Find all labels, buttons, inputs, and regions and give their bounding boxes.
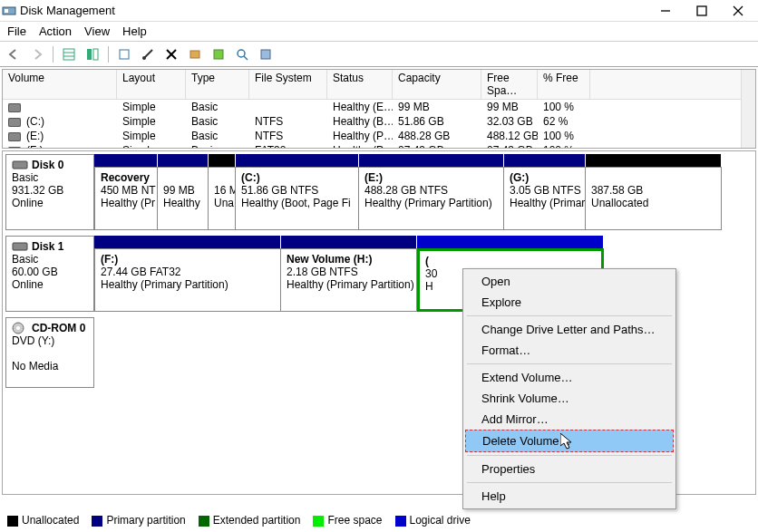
svg-point-12 (142, 56, 146, 60)
menu-extend-volume[interactable]: Extend Volume… (465, 367, 674, 388)
legend-unallocated: Unallocated (22, 514, 79, 527)
svg-rect-21 (13, 243, 27, 250)
menu-help[interactable]: Help (122, 24, 147, 38)
col-filesystem[interactable]: File System (249, 70, 327, 99)
menu-change-drive-letter[interactable]: Change Drive Letter and Paths… (465, 319, 674, 340)
help-icon[interactable] (256, 44, 276, 64)
legend-extended: Extended partition (213, 514, 301, 527)
window-title: Disk Management (20, 4, 647, 17)
menu-properties[interactable]: Properties (465, 459, 674, 479)
svg-point-17 (238, 50, 245, 57)
svg-rect-3 (697, 6, 706, 15)
forward-button[interactable] (27, 44, 47, 64)
col-capacity[interactable]: Capacity (393, 70, 481, 99)
back-button[interactable] (4, 44, 24, 64)
svg-rect-16 (214, 50, 223, 59)
svg-rect-10 (93, 49, 98, 60)
disk-row: Disk 0Basic931.32 GBOnlineRecovery450 MB… (5, 154, 753, 230)
col-status[interactable]: Status (327, 70, 393, 99)
context-menu: Open Explore Change Drive Letter and Pat… (462, 268, 676, 509)
menu-format[interactable]: Format… (465, 340, 674, 361)
delete-icon[interactable] (161, 44, 181, 64)
app-icon (2, 4, 16, 18)
partition[interactable]: (E:)488.28 GB NTFSHealthy (Primary Parti… (359, 167, 504, 230)
legend-logical: Logical drive (410, 514, 471, 527)
menu-action[interactable]: Action (39, 24, 72, 38)
partition[interactable]: (F:)27.44 GB FAT32Healthy (Primary Parti… (94, 248, 281, 312)
disk-label[interactable]: CD-ROM 0DVD (Y:) No Media (5, 317, 94, 388)
disk-label[interactable]: Disk 1Basic60.00 GBOnline (5, 236, 94, 312)
rescan-icon[interactable] (232, 44, 252, 64)
col-free[interactable]: Free Spa… (481, 70, 538, 99)
menubar: File Action View Help (0, 22, 758, 42)
menu-help[interactable]: Help (465, 486, 674, 507)
legend-primary: Primary partition (106, 514, 185, 527)
svg-rect-15 (190, 51, 199, 58)
col-percent-free[interactable]: % Free (538, 70, 590, 99)
svg-rect-11 (120, 50, 129, 59)
table-header: Volume Layout Type File System Status Ca… (3, 70, 755, 100)
volume-list: Volume Layout Type File System Status Ca… (2, 69, 756, 149)
menu-delete-volume[interactable]: Delete Volume… (465, 430, 674, 452)
partition[interactable]: New Volume (H:)2.18 GB NTFSHealthy (Prim… (281, 248, 417, 312)
svg-line-18 (244, 56, 248, 60)
toolbar (0, 42, 758, 67)
svg-rect-9 (87, 49, 92, 60)
titlebar: Disk Management (0, 0, 758, 22)
partition[interactable]: (C:)51.86 GB NTFSHealthy (Boot, Page Fi (236, 167, 359, 230)
menu-file[interactable]: File (7, 24, 26, 38)
partition[interactable]: Recovery450 MB NTHealthy (Pr (94, 167, 158, 230)
svg-rect-20 (13, 161, 27, 169)
menu-shrink-volume[interactable]: Shrink Volume… (465, 388, 674, 409)
volume-row[interactable]: (C:)SimpleBasicNTFSHealthy (B…51.86 GB32… (3, 114, 755, 129)
svg-rect-6 (63, 49, 74, 60)
svg-rect-1 (5, 9, 8, 13)
close-button[interactable] (720, 1, 756, 21)
refresh-icon[interactable] (114, 44, 134, 64)
legend-free: Free space (327, 514, 382, 527)
col-type[interactable]: Type (186, 70, 249, 99)
properties-icon[interactable] (138, 44, 158, 64)
partition[interactable]: 387.58 GBUnallocated (586, 167, 722, 230)
menu-open[interactable]: Open (465, 271, 674, 292)
partition[interactable]: 16 MUna (209, 167, 236, 230)
maximize-button[interactable] (684, 1, 720, 21)
legend: Unallocated Primary partition Extended p… (4, 512, 474, 528)
graphical-view-icon[interactable] (83, 44, 102, 64)
svg-point-23 (16, 326, 20, 330)
volume-row[interactable]: (F:)SimpleBasicFAT32Healthy (P…27.43 GB2… (3, 143, 755, 149)
action-icon[interactable] (209, 44, 228, 64)
volume-row[interactable]: SimpleBasicHealthy (E…99 MB99 MB100 % (3, 100, 755, 114)
minimize-button[interactable] (647, 1, 684, 21)
menu-explore[interactable]: Explore (465, 292, 674, 313)
col-volume[interactable]: Volume (3, 70, 117, 99)
col-layout[interactable]: Layout (117, 70, 186, 99)
volume-list-scrollbar[interactable] (741, 70, 755, 148)
menu-view[interactable]: View (84, 24, 110, 38)
svg-rect-19 (261, 50, 270, 59)
table-view-icon[interactable] (59, 44, 79, 64)
disk-label[interactable]: Disk 0Basic931.32 GBOnline (5, 154, 94, 230)
partition[interactable]: 99 MBHealthy (158, 167, 209, 230)
partition[interactable]: (G:)3.05 GB NTFSHealthy (Primar (504, 167, 586, 230)
settings-icon[interactable] (185, 44, 205, 64)
volume-row[interactable]: (E:)SimpleBasicNTFSHealthy (P…488.28 GB4… (3, 129, 755, 143)
menu-add-mirror[interactable]: Add Mirror… (465, 409, 674, 430)
